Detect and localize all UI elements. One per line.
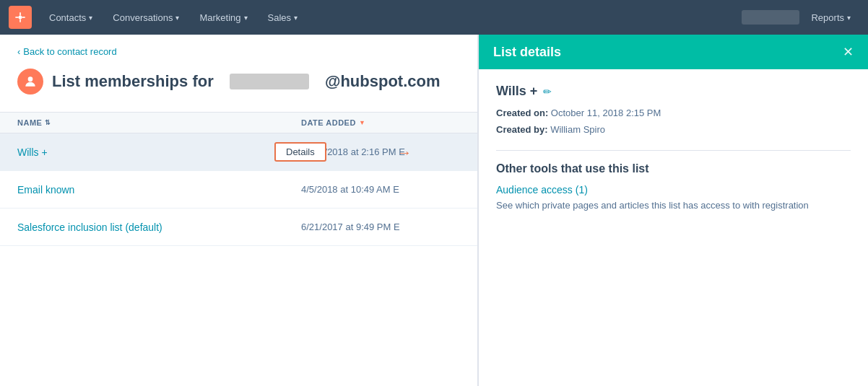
panel-header: List details ✕	[479, 35, 868, 69]
created-by: Created by: William Spiro	[496, 121, 851, 138]
divider	[496, 150, 851, 151]
meta-info: Created on: October 11, 2018 2:15 PM Cre…	[496, 105, 851, 139]
chevron-down-icon: ▾	[294, 14, 298, 22]
table-row: Email known 4/5/2018 at 10:49 AM E	[0, 171, 477, 209]
list-name: Wills +	[496, 84, 537, 99]
date-added: 6/21/2017 at 9:49 PM E	[301, 221, 460, 232]
sort-active-icon: ▼	[359, 119, 365, 126]
nav-reports[interactable]: Reports ▾	[802, 8, 859, 27]
svg-point-0	[19, 16, 22, 19]
list-details-panel: List details ✕ Wills + ✏ Created on: Oct…	[478, 35, 868, 386]
blurred-email	[230, 74, 309, 89]
details-button[interactable]: Details	[274, 142, 326, 162]
sort-icon: ⇅	[45, 119, 51, 126]
list-name-link[interactable]: Salesforce inclusion list (default)	[17, 221, 301, 233]
table-row: Wills + Details 10/11/2018 at 2:16 PM E …	[0, 133, 477, 171]
list-table: NAME ⇅ DATE ADDED ▼ Wills + Details 10/1…	[0, 112, 477, 246]
nav-sales[interactable]: Sales ▾	[259, 8, 307, 27]
contact-avatar	[17, 69, 43, 95]
hubspot-logo	[9, 6, 32, 29]
arrow-indicator: →	[397, 144, 412, 160]
chevron-down-icon: ▾	[175, 14, 179, 22]
main-content: ‹ Back to contact record List membership…	[0, 35, 868, 386]
other-tools-title: Other tools that use this list	[496, 162, 851, 175]
list-name-link[interactable]: Wills +	[17, 146, 301, 158]
svg-point-5	[28, 76, 33, 82]
page-header: List memberships for @hubspot.com	[0, 63, 477, 106]
chevron-down-icon: ▾	[244, 14, 248, 22]
edit-icon[interactable]: ✏	[543, 86, 552, 97]
audience-description: See which private pages and articles thi…	[496, 198, 851, 213]
nav-contacts[interactable]: Contacts ▾	[40, 8, 101, 27]
audience-access-link[interactable]: Audience access (1)	[496, 184, 588, 196]
chevron-down-icon: ▾	[89, 14, 92, 22]
col-name-header: NAME ⇅	[17, 118, 301, 127]
table-row: Salesforce inclusion list (default) 6/21…	[0, 209, 477, 246]
nav-marketing[interactable]: Marketing ▾	[191, 8, 256, 27]
page-title: List memberships for @hubspot.com	[52, 72, 440, 91]
nav-blurred-item	[742, 10, 799, 25]
panel-body: Wills + ✏ Created on: October 11, 2018 2…	[479, 69, 868, 386]
nav-conversations[interactable]: Conversations ▾	[104, 8, 188, 27]
table-header: NAME ⇅ DATE ADDED ▼	[0, 112, 477, 133]
created-on: Created on: October 11, 2018 2:15 PM	[496, 105, 851, 121]
close-button[interactable]: ✕	[843, 45, 854, 58]
back-to-contact-link[interactable]: ‹ Back to contact record	[0, 35, 477, 63]
list-name-row: Wills + ✏	[496, 84, 851, 99]
col-date-header: DATE ADDED ▼	[301, 118, 460, 127]
list-memberships-panel: ‹ Back to contact record List membership…	[0, 35, 478, 386]
date-added: 4/5/2018 at 10:49 AM E	[301, 184, 460, 195]
list-name-link[interactable]: Email known	[17, 184, 301, 196]
chevron-down-icon: ▾	[847, 14, 851, 22]
panel-title: List details	[493, 45, 561, 60]
top-navigation: Contacts ▾ Conversations ▾ Marketing ▾ S…	[0, 0, 868, 35]
